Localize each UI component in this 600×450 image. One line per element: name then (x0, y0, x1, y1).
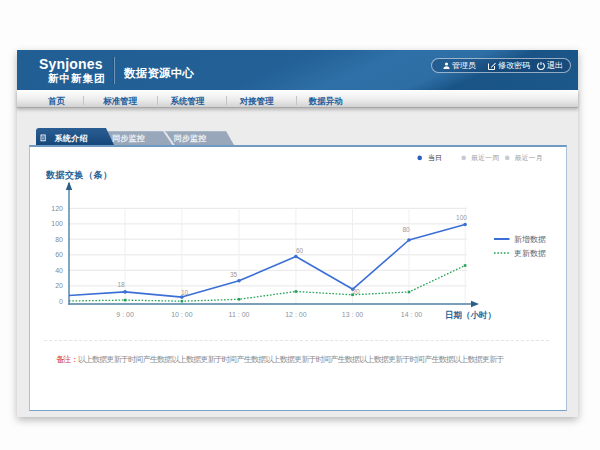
svg-text:当日: 当日 (428, 154, 442, 162)
svg-text:60: 60 (55, 251, 63, 258)
svg-text:80: 80 (402, 226, 410, 233)
svg-text:20: 20 (352, 288, 360, 295)
svg-text:20: 20 (55, 282, 63, 289)
svg-text:18: 18 (117, 281, 125, 288)
svg-text:100: 100 (456, 214, 467, 221)
svg-text:10 : 00: 10 : 00 (171, 311, 193, 318)
svg-text:40: 40 (55, 267, 63, 274)
svg-text:35: 35 (230, 271, 238, 278)
svg-text:最近一月: 最近一月 (515, 154, 543, 162)
svg-text:同步监控: 同步监控 (173, 134, 206, 143)
svg-text:14 : 00: 14 : 00 (401, 311, 423, 318)
svg-text:60: 60 (296, 247, 304, 254)
svg-text:最近一周: 最近一周 (471, 154, 499, 161)
svg-text:数据交换（条）: 数据交换（条） (45, 170, 113, 180)
svg-text:日期（小时）: 日期（小时） (445, 310, 496, 320)
svg-text:9 : 00: 9 : 00 (116, 311, 134, 318)
svg-text:13 : 00: 13 : 00 (342, 311, 364, 318)
svg-text:120: 120 (51, 205, 63, 212)
svg-text:11 : 00: 11 : 00 (229, 311, 250, 318)
svg-text:0: 0 (59, 298, 63, 305)
svg-text:80: 80 (55, 236, 63, 243)
svg-text:同步监控: 同步监控 (112, 134, 145, 143)
svg-text:新增数据: 新增数据 (514, 235, 546, 244)
svg-text:系统介绍: 系统介绍 (53, 133, 87, 143)
svg-text:10: 10 (181, 289, 189, 296)
svg-text:100: 100 (51, 220, 63, 227)
svg-text:更新数据: 更新数据 (514, 249, 546, 258)
svg-text:12 : 00: 12 : 00 (285, 311, 307, 318)
